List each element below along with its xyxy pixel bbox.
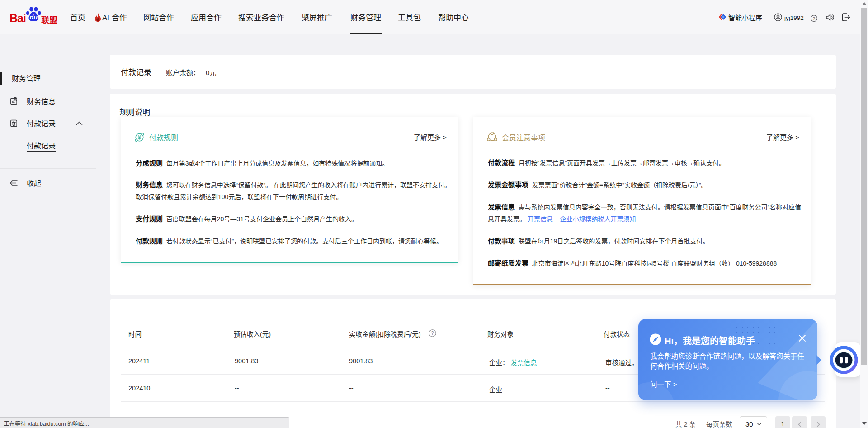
svg-text:?: ? [813, 16, 815, 21]
svg-text:?: ? [431, 331, 434, 336]
svg-text:du: du [30, 14, 38, 21]
